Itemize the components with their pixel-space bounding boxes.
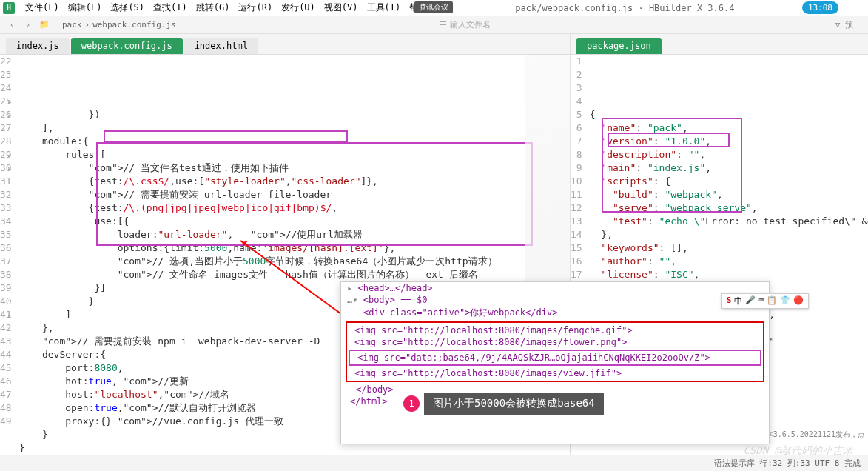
clock-badge: 13:08 xyxy=(802,1,838,14)
menu-file[interactable]: 文件(F) xyxy=(21,1,64,14)
menu-bar: H 文件(F) 编辑(E) 选择(S) 查找(I) 跳转(G) 运行(R) 发行… xyxy=(0,0,868,16)
menu-find[interactable]: 查找(I) xyxy=(149,1,192,14)
menu-publish[interactable]: 发行(U) xyxy=(277,1,320,14)
dt-img3[interactable]: <img src="data:;base64,/9j/4AAQSkZJR…oQj… xyxy=(351,352,758,364)
right-tabs: package.json xyxy=(571,34,868,55)
menu-tools[interactable]: 工具(T) xyxy=(363,1,406,14)
menu-run[interactable]: 运行(R) xyxy=(234,1,277,14)
callout-text: 图片小于50000会被转换成base64 xyxy=(424,392,604,415)
filter-icon[interactable]: ▽ 预 xyxy=(835,19,853,30)
left-tabs: index.js webpack.config.js index.html xyxy=(0,34,570,55)
ime-logo-icon: S xyxy=(727,295,732,307)
ime-btn[interactable]: ⌨ xyxy=(758,295,764,307)
dt-div[interactable]: <div class="active">你好webpack</div> xyxy=(341,306,769,320)
ime-btn[interactable]: 🔴 xyxy=(793,295,804,307)
status-bar: 语法提示库 行:32 列:33 UTF-8 完成 xyxy=(0,455,868,471)
annotation-callout: 1 图片小于50000会被转换成base64 xyxy=(403,392,604,415)
breadcrumb[interactable]: pack › webpack.config.js xyxy=(62,20,176,30)
tab-package-json[interactable]: package.json xyxy=(576,38,662,54)
back-icon[interactable]: ‹ xyxy=(6,19,18,31)
left-gutter: 22 23 24 ▸25 ▸26 27 28 ▸29 ▸30 31 32 33 … xyxy=(0,55,16,471)
forward-icon[interactable]: › xyxy=(22,19,34,31)
ime-btn[interactable]: 中 xyxy=(734,295,742,307)
ime-btn[interactable]: 📋 xyxy=(767,295,777,307)
status-right[interactable]: 语法提示库 行:32 列:33 UTF-8 完成 xyxy=(714,458,861,469)
menu-goto[interactable]: 跳转(G) xyxy=(192,1,235,14)
toolbar: ‹ › 📁 pack › webpack.config.js ☰ 输入文件名 ▽… xyxy=(0,16,868,34)
ime-btn[interactable]: 👕 xyxy=(780,295,790,307)
menu-view[interactable]: 视图(V) xyxy=(320,1,363,14)
dt-img4[interactable]: <img src="http://localhost:8080/images/v… xyxy=(349,367,761,379)
ime-btn[interactable]: 🎤 xyxy=(745,295,756,307)
folder-icon[interactable]: 📁 xyxy=(38,19,50,31)
dt-purple-box: <img src="data:;base64,/9j/4AAQSkZJR…oQj… xyxy=(349,350,761,366)
watermark: CSDN @敲代码的小吉米 xyxy=(743,444,853,458)
breadcrumb-file[interactable]: webpack.config.js xyxy=(92,20,176,30)
tab-index-js[interactable]: index.js xyxy=(6,38,70,54)
dt-head[interactable]: ▸ <head>…</head> xyxy=(341,282,769,294)
tencent-meeting-badge: 腾讯会议 xyxy=(414,1,453,13)
devtools-panel[interactable]: ▸ <head>…</head> …▾ <body> == $0 <div cl… xyxy=(340,281,770,444)
dt-red-box: <img src="http://localhost:8080/images/f… xyxy=(346,321,764,382)
tab-webpack-config[interactable]: webpack.config.js xyxy=(71,38,183,54)
file-search[interactable]: ☰ 输入文件名 xyxy=(440,19,491,30)
ime-toolbar[interactable]: S 中 🎤 ⌨ 📋 👕 🔴 xyxy=(721,293,809,309)
dt-body-open[interactable]: …▾ <body> == $0 xyxy=(341,294,769,306)
app-logo-icon: H xyxy=(3,2,15,14)
menu-select[interactable]: 选择(S) xyxy=(106,1,149,14)
menu-edit[interactable]: 编辑(E) xyxy=(64,1,107,14)
dt-img1[interactable]: <img src="http://localhost:8080/images/f… xyxy=(349,324,761,336)
window-title: pack/webpack.config.js · HBuilder X 3.6.… xyxy=(448,3,802,13)
tab-index-html[interactable]: index.html xyxy=(184,38,258,54)
dt-img2[interactable]: <img src="http://localhost:8080/images/f… xyxy=(349,336,761,348)
callout-number: 1 xyxy=(403,395,420,412)
breadcrumb-root[interactable]: pack xyxy=(62,20,82,30)
